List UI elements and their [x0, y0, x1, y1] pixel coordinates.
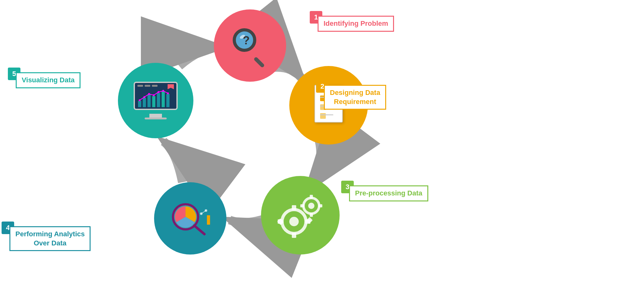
- svg-rect-19: [207, 215, 210, 225]
- label-designing-data: Designing DataRequirement: [324, 85, 386, 110]
- svg-point-35: [162, 90, 164, 92]
- doc-line-3: [320, 114, 333, 115]
- circle-identifying-problem: ?: [214, 9, 286, 82]
- monitor-legend: [137, 85, 158, 87]
- svg-rect-29: [166, 94, 169, 107]
- svg-rect-4: [292, 233, 296, 238]
- svg-rect-3: [292, 205, 296, 210]
- monitor-screen: [134, 82, 178, 110]
- svg-rect-18: [203, 218, 206, 225]
- svg-rect-26: [152, 96, 155, 107]
- gears-svg: [274, 192, 327, 239]
- diagram-container: ? 1 Identifying Problem: [0, 0, 644, 307]
- analytics-icon: [168, 200, 212, 237]
- svg-rect-27: [157, 93, 160, 107]
- doc-check-3: [320, 113, 326, 119]
- svg-point-31: [143, 96, 145, 98]
- svg-rect-15: [300, 204, 304, 207]
- label-identifying-problem: Identifying Problem: [318, 16, 394, 32]
- svg-rect-12: [310, 195, 313, 199]
- analytics-svg: [168, 200, 212, 237]
- svg-rect-25: [147, 95, 151, 107]
- svg-rect-23: [138, 101, 141, 107]
- svg-point-32: [148, 93, 150, 95]
- arrows-svg: [0, 0, 644, 307]
- label-visualizing-data: Visualizing Data: [16, 72, 80, 88]
- svg-point-30: [139, 99, 141, 101]
- circle-performing-analytics: [154, 182, 226, 255]
- circle-visualizing-data: [118, 63, 193, 138]
- svg-point-36: [167, 92, 169, 94]
- svg-point-11: [308, 203, 314, 209]
- svg-point-34: [158, 91, 159, 93]
- question-mark-icon: ?: [243, 34, 250, 47]
- svg-point-33: [153, 94, 155, 96]
- svg-point-2: [289, 217, 299, 226]
- svg-rect-14: [319, 204, 322, 207]
- mag-lens: ?: [233, 28, 256, 52]
- legend-item-2: [145, 85, 150, 87]
- svg-rect-13: [310, 213, 313, 217]
- legend-item-1: [137, 85, 143, 87]
- magnifying-glass-icon: ?: [233, 28, 267, 63]
- label-preprocessing: Pre-processing Data: [349, 185, 428, 201]
- svg-rect-28: [162, 91, 165, 107]
- monitor-icon: [132, 82, 179, 119]
- svg-line-22: [201, 211, 206, 214]
- mag-handle: [253, 57, 265, 68]
- legend-item-3: [152, 85, 158, 87]
- circle-preprocessing: [261, 176, 340, 255]
- monitor-chart-svg: [136, 88, 177, 109]
- gears-icon: [274, 192, 327, 239]
- svg-rect-24: [143, 98, 146, 107]
- svg-line-17: [194, 226, 204, 234]
- label-performing-analytics: Performing AnalyticsOver Data: [9, 226, 91, 251]
- monitor-base: [145, 118, 167, 119]
